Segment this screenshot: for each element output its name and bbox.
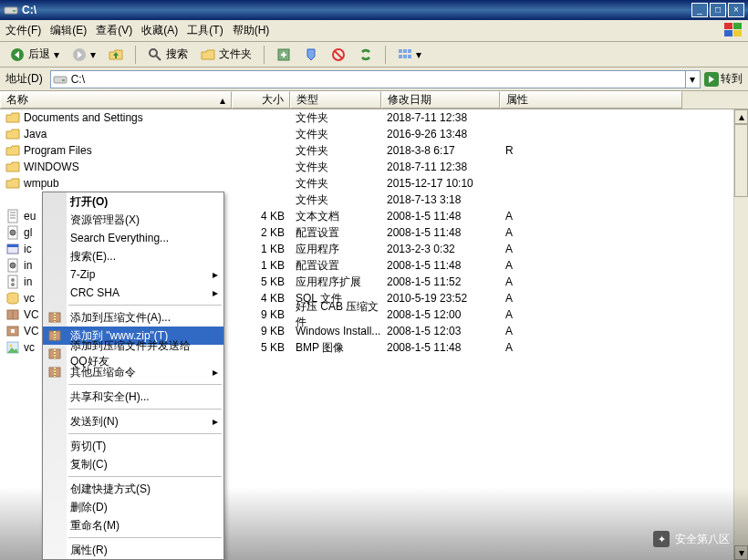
context-menu-item[interactable]: 添加到压缩文件并发送给QQ好友 [43,345,223,363]
svg-rect-1 [13,10,16,12]
file-icon [5,324,20,338]
scroll-up-button[interactable]: ▴ [734,109,748,124]
context-menu-item[interactable]: 共享和安全(H)... [43,388,223,406]
header-attr[interactable]: 属性 [500,91,682,109]
views-button[interactable]: ▾ [393,45,426,65]
tb-icon-3[interactable] [327,45,350,65]
menu-fav[interactable]: 收藏(A) [141,23,178,38]
svg-rect-60 [54,372,56,373]
tb-icon-1[interactable] [272,45,296,65]
context-menu-item[interactable]: 搜索(E)... [43,247,223,265]
context-menu-item[interactable]: 资源管理器(X) [43,211,223,229]
context-menu-item[interactable]: CRC SHA▸ [43,284,223,302]
back-button[interactable]: 后退 ▾ [5,44,64,65]
window-title: C:\ [22,4,36,16]
file-icon [5,209,20,223]
context-menu-item[interactable]: 7-Zip▸ [43,265,223,284]
menu-separator [68,537,222,538]
search-icon [148,47,162,62]
context-menu-item[interactable]: Search Everything... [43,229,223,247]
maximize-button[interactable]: □ [710,3,726,17]
scroll-thumb[interactable] [734,124,748,197]
zip-icon [47,365,62,379]
row-date: 2008-1-5 12:00 [381,308,500,321]
file-icon [5,340,20,355]
svg-rect-20 [62,79,65,81]
row-date: 2008-1-5 11:48 [381,341,500,354]
header-name[interactable]: 名称▴ [0,91,232,109]
table-row[interactable]: Documents and Settings文件夹2018-7-11 12:38 [0,109,748,126]
back-icon [10,47,25,62]
table-row[interactable]: wmpub文件夹2015-12-17 10:10 [0,175,748,192]
row-attr: A [500,341,545,354]
svg-rect-46 [54,320,56,321]
context-menu-item[interactable]: 属性(R) [43,541,223,559]
scroll-down-button[interactable]: ▾ [734,545,748,560]
row-date: 2008-1-5 11:52 [381,275,500,288]
table-row[interactable]: Java文件夹2016-9-26 13:48 [0,126,748,142]
svg-rect-61 [54,375,56,376]
menu-edit[interactable]: 编辑(E) [50,23,87,38]
row-name[interactable]: WINDOWS [0,160,232,174]
close-button[interactable]: × [728,3,744,17]
go-button[interactable]: 转到 [704,71,743,87]
header-type[interactable]: 类型 [290,91,381,109]
toolbar: 后退 ▾ ▾ 搜索 文件夹 ▾ [0,42,748,67]
row-type: 应用程序 [290,242,381,257]
table-row[interactable]: Program Files文件夹2018-3-8 6:17R [0,142,748,159]
search-button[interactable]: 搜索 [143,44,192,65]
forward-button[interactable]: ▾ [68,45,100,65]
row-name[interactable]: Documents and Settings [0,110,232,125]
menu-separator [68,305,222,306]
address-input[interactable]: C:\ ▾ [50,70,701,88]
context-menu-item[interactable]: 发送到(N)▸ [43,412,223,430]
row-attr: A [500,275,545,288]
minimize-button[interactable]: _ [691,3,708,17]
address-dropdown[interactable]: ▾ [685,71,698,88]
menu-view[interactable]: 查看(V) [96,23,132,38]
row-type: BMP 图像 [290,340,381,356]
context-menu-item[interactable]: 其他压缩命令▸ [43,363,223,381]
drive-icon [53,72,68,87]
row-name[interactable]: wmpub [0,176,232,191]
row-name[interactable]: Program Files [0,143,232,158]
up-button[interactable] [104,45,128,65]
folders-icon [201,47,215,62]
row-attr: A [500,259,545,272]
folders-button[interactable]: 文件夹 [196,44,256,65]
row-type: Windows Install... [290,325,381,337]
table-row[interactable]: WINDOWS文件夹2018-7-11 12:38 [0,159,748,175]
header-date[interactable]: 修改日期 [381,91,500,109]
row-type: 应用程序扩展 [290,275,381,290]
file-icon [5,225,20,240]
sort-icon: ▴ [220,94,225,107]
file-icon [5,143,20,158]
context-menu-item[interactable]: 打开(O) [43,192,223,211]
context-menu-item[interactable]: 复制(C) [43,455,223,473]
svg-rect-13 [399,49,402,53]
watermark: ✦ 安全第八区 [653,531,730,547]
svg-rect-54 [54,351,56,352]
row-size: 4 KB [232,292,290,305]
menu-tools[interactable]: 工具(T) [187,23,223,38]
file-icon [5,160,20,174]
menu-file[interactable]: 文件(F) [5,23,41,38]
context-menu-item[interactable]: 添加到压缩文件(A)... [43,308,223,327]
scrollbar[interactable]: ▴ ▾ [733,109,748,560]
row-attr: A [500,292,545,305]
context-menu-label: CRC SHA [70,286,119,299]
submenu-arrow-icon: ▸ [213,268,218,281]
header-size[interactable]: 大小 [232,91,290,109]
context-menu-item[interactable]: 剪切(T) [43,437,223,455]
svg-rect-4 [724,30,732,36]
context-menu-item[interactable]: 创建快捷方式(S) [43,480,223,498]
context-menu-item[interactable]: 删除(D) [43,498,223,516]
tb-icon-4[interactable] [354,45,378,65]
context-menu-label: 共享和安全(H)... [70,389,150,405]
row-attr: A [500,226,545,239]
menu-help[interactable]: 帮助(H) [233,23,270,38]
context-menu-item[interactable]: 重命名(M) [43,516,223,534]
row-name[interactable]: Java [0,127,232,141]
row-type: 配置设置 [290,225,381,241]
tb-icon-2[interactable] [299,45,323,65]
